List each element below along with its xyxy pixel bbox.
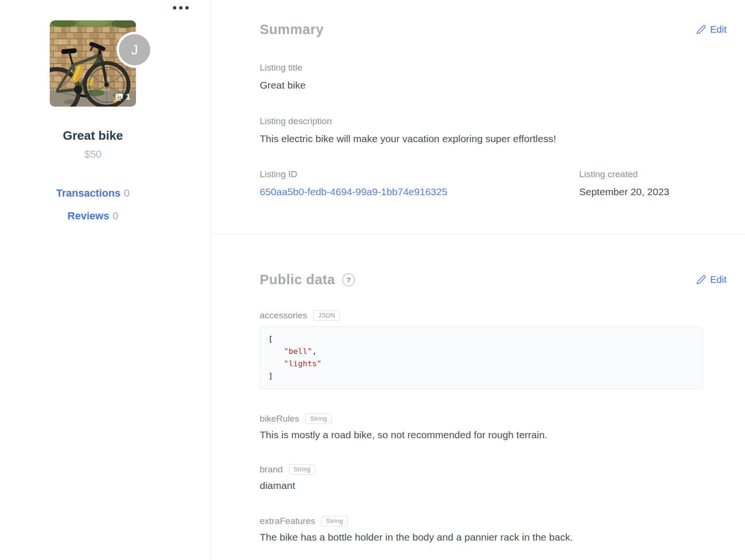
json-string-token: "lights" — [284, 359, 321, 368]
photo-icon — [115, 93, 124, 101]
string-type-badge: String — [305, 414, 332, 424]
extra-features-key: extraFeatures — [260, 516, 315, 526]
brand-value: diamant — [260, 480, 727, 491]
listing-main-panel: Summary Edit Listing title Great bike Li… — [211, 0, 745, 560]
transactions-link[interactable]: Transactions — [56, 187, 121, 199]
listing-title-value: Great bike — [260, 80, 727, 91]
accessories-field: accessories JSON [ "bell", "lights" ] — [260, 310, 727, 389]
public-data-section: Public data ? Edit accessories JSON [ "b — [260, 234, 727, 543]
brand-key: brand — [260, 464, 283, 475]
summary-edit-label: Edit — [710, 24, 727, 35]
listing-description-value: This electric bike will make your vacati… — [260, 133, 727, 145]
sidebar-content: 1 J Great bike $50 Transactions0 Reviews… — [0, 20, 186, 222]
pencil-icon — [696, 25, 706, 35]
pencil-icon — [696, 275, 706, 285]
listing-photo[interactable]: 1 J — [50, 20, 136, 107]
json-type-badge: JSON — [313, 310, 340, 321]
bike-rules-value: This is mostly a road bike, so not recom… — [260, 429, 727, 441]
listing-created-field: Listing created September 20, 2023 — [579, 170, 727, 198]
listing-description-field: Listing description This electric bike w… — [260, 117, 727, 145]
reviews-count: 0 — [112, 210, 118, 222]
brand-field: brand String diamant — [260, 464, 727, 491]
ellipsis-dot-icon — [179, 6, 182, 9]
listing-id-field: Listing ID 650aa5b0-fedb-4694-99a9-1bb74… — [260, 170, 579, 198]
summary-section: Summary Edit Listing title Great bike Li… — [260, 22, 727, 198]
avatar-initial: J — [131, 42, 138, 58]
listing-price: $50 — [0, 148, 186, 161]
reviews-row: Reviews0 — [0, 210, 186, 222]
public-data-heading: Public data — [260, 272, 335, 288]
ellipsis-dot-icon — [185, 6, 189, 9]
bike-rules-field: bikeRules String This is mostly a road b… — [260, 414, 727, 441]
summary-edit-button[interactable]: Edit — [696, 24, 727, 35]
listing-detail-page: 1 J Great bike $50 Transactions0 Reviews… — [0, 0, 745, 560]
summary-heading: Summary — [260, 22, 324, 37]
extra-features-field: extraFeatures String The bike has a bott… — [260, 516, 727, 543]
listing-id-link[interactable]: 650aa5b0-fedb-4694-99a9-1bb74e916325 — [260, 186, 447, 197]
listing-sidebar: 1 J Great bike $50 Transactions0 Reviews… — [0, 0, 211, 560]
image-count-badge: 1 — [115, 93, 130, 101]
help-icon[interactable]: ? — [342, 273, 355, 286]
public-data-edit-button[interactable]: Edit — [696, 274, 727, 285]
more-actions-button[interactable] — [171, 4, 191, 12]
accessories-json-viewer: [ "bell", "lights" ] — [260, 326, 703, 389]
string-type-badge: String — [321, 516, 348, 526]
transactions-count: 0 — [124, 187, 129, 199]
listing-created-value: September 20, 2023 — [579, 186, 727, 198]
transactions-row: Transactions0 — [0, 187, 186, 199]
accessories-key: accessories — [260, 310, 307, 321]
string-type-badge: String — [289, 464, 316, 475]
listing-title-field: Listing title Great bike — [260, 63, 727, 91]
author-avatar[interactable]: J — [117, 32, 153, 68]
json-token: , — [312, 347, 317, 356]
listing-description-label: Listing description — [260, 117, 727, 126]
listing-id-label: Listing ID — [260, 170, 579, 180]
bike-rules-key: bikeRules — [260, 414, 299, 424]
json-token: ] — [268, 371, 273, 380]
listing-created-label: Listing created — [579, 170, 727, 180]
image-count-value: 1 — [126, 93, 130, 101]
reviews-link[interactable]: Reviews — [67, 210, 109, 222]
json-token: [ — [268, 334, 273, 343]
sidebar-listing-title: Great bike — [0, 128, 186, 143]
listing-title-label: Listing title — [260, 63, 727, 73]
public-data-edit-label: Edit — [710, 274, 727, 285]
ellipsis-dot-icon — [173, 6, 176, 9]
extra-features-value: The bike has a bottle holder in the body… — [260, 532, 727, 543]
json-string-token: "bell" — [284, 347, 312, 356]
